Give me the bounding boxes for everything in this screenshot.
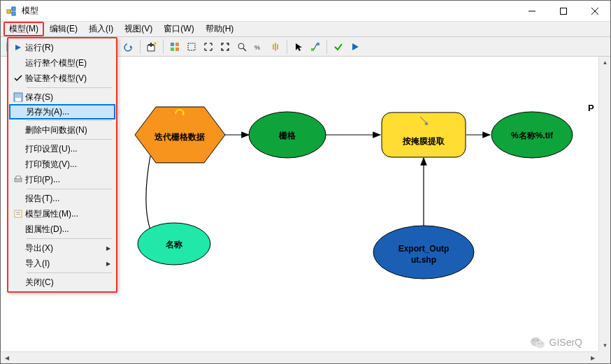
- print-icon: [11, 174, 25, 185]
- svg-point-60: [535, 340, 545, 348]
- submenu-arrow-icon: ▶: [106, 245, 110, 252]
- svg-rect-37: [311, 48, 314, 51]
- menu-model-properties[interactable]: 模型属性(M)...: [10, 206, 115, 221]
- svg-point-64: [541, 343, 542, 344]
- menu-insert[interactable]: 插入(I): [83, 22, 119, 36]
- menu-edit[interactable]: 编辑(E): [44, 22, 83, 36]
- node-raster[interactable]: 栅格: [249, 112, 326, 158]
- menu-separator: [27, 120, 112, 121]
- toolbar-separator: [163, 40, 164, 54]
- svg-rect-0: [7, 10, 10, 13]
- node-export-output[interactable]: Export_Outp ut.shp: [373, 226, 474, 279]
- svg-rect-30: [175, 43, 179, 46]
- svg-rect-69: [15, 210, 22, 217]
- run-icon: [11, 42, 25, 53]
- menu-help[interactable]: 帮助(H): [200, 22, 240, 36]
- menu-diagram-properties[interactable]: 图属性(D)...: [10, 221, 115, 237]
- menu-export[interactable]: 导出(X)▶: [10, 240, 115, 256]
- svg-line-35: [243, 48, 246, 51]
- svg-line-39: [314, 44, 317, 50]
- watermark-text: GISerQ: [549, 337, 582, 348]
- menubar: 模型(M) 编辑(E) 插入(I) 视图(V) 窗口(W) 帮助(H): [1, 22, 610, 37]
- menu-model[interactable]: 模型(M): [3, 22, 44, 36]
- zoom-in-button[interactable]: [201, 39, 216, 54]
- menu-separator: [27, 87, 112, 88]
- window-title: 模型: [22, 5, 516, 17]
- svg-point-61: [533, 340, 534, 341]
- svg-point-63: [538, 343, 539, 344]
- menu-print[interactable]: 打印(P)...: [10, 172, 115, 187]
- validate-button[interactable]: [331, 39, 346, 54]
- minimize-button[interactable]: [516, 1, 547, 21]
- save-icon: [11, 92, 25, 103]
- wechat-icon: [530, 335, 545, 349]
- svg-point-62: [537, 340, 538, 341]
- svg-text:名称: 名称: [165, 240, 183, 249]
- svg-text:%: %: [254, 44, 260, 51]
- toolbar-separator: [140, 40, 141, 54]
- watermark: GISerQ: [530, 335, 582, 349]
- menu-report[interactable]: 报告(T)...: [10, 191, 115, 206]
- menu-run-entire[interactable]: 运行整个模型(E): [10, 55, 115, 71]
- menu-run[interactable]: 运行(R): [10, 40, 115, 55]
- svg-rect-68: [16, 176, 20, 179]
- app-icon: [6, 6, 17, 17]
- svg-rect-2: [12, 12, 15, 15]
- run-button[interactable]: [347, 39, 363, 54]
- zoom-out-button[interactable]: [217, 39, 233, 54]
- menu-window[interactable]: 窗口(W): [158, 22, 199, 36]
- toolbar-separator: [287, 40, 287, 54]
- svg-rect-38: [317, 43, 319, 45]
- close-button[interactable]: [579, 1, 610, 21]
- zoom-actual-button[interactable]: [234, 39, 250, 54]
- menu-view[interactable]: 视图(V): [119, 22, 158, 36]
- svg-text:ut.shp: ut.shp: [411, 255, 436, 265]
- menu-validate[interactable]: 验证整个模型(V): [10, 71, 115, 86]
- select-button[interactable]: [291, 39, 306, 54]
- menu-separator: [27, 272, 112, 273]
- svg-rect-1: [12, 7, 15, 10]
- menu-import[interactable]: 导入(I)▶: [10, 256, 115, 271]
- svg-rect-48: [382, 112, 466, 157]
- redo-button[interactable]: [121, 39, 136, 54]
- svg-rect-6: [560, 8, 566, 14]
- props-icon: [11, 208, 25, 219]
- zoom-percent-button[interactable]: %: [251, 39, 266, 54]
- scroll-right-arrow[interactable]: ▶: [587, 352, 598, 363]
- menu-save-as[interactable]: 另存为(A)...: [9, 104, 115, 119]
- add-data-button[interactable]: [144, 39, 159, 54]
- titlebar: 模型: [1, 1, 610, 22]
- vertical-scrollbar[interactable]: ▲ ▼: [598, 57, 610, 351]
- menu-separator: [27, 139, 112, 140]
- scroll-left-arrow[interactable]: ◀: [1, 352, 13, 363]
- scroll-corner: [598, 351, 610, 363]
- svg-rect-66: [15, 98, 21, 101]
- node-iterator[interactable]: 迭代栅格数据: [135, 107, 225, 163]
- node-extract-tool[interactable]: 按掩膜提取: [382, 112, 466, 157]
- maximize-button[interactable]: [547, 1, 579, 21]
- menu-print-setup[interactable]: 打印设置(U)...: [10, 141, 115, 156]
- toolbar-separator: [326, 40, 327, 54]
- full-extent-button[interactable]: [184, 39, 199, 54]
- scroll-up-arrow[interactable]: ▲: [599, 57, 610, 68]
- horizontal-scrollbar[interactable]: ◀ ▶: [1, 351, 598, 363]
- svg-text:迭代栅格数据: 迭代栅格数据: [154, 132, 205, 142]
- submenu-arrow-icon: ▶: [106, 261, 110, 267]
- parameter-marker: P: [588, 103, 594, 113]
- svg-text:%名称%.tif: %名称%.tif: [511, 131, 554, 140]
- menu-close[interactable]: 关闭(C): [10, 275, 115, 290]
- node-name[interactable]: 名称: [138, 223, 210, 265]
- menu-save[interactable]: 保存(S): [10, 89, 115, 105]
- menu-print-preview[interactable]: 打印预览(V)...: [10, 156, 115, 172]
- svg-rect-27: [148, 44, 154, 45]
- pan-button[interactable]: [268, 39, 283, 54]
- connect-button[interactable]: [308, 39, 323, 54]
- menu-separator: [27, 238, 112, 239]
- menu-separator: [27, 189, 112, 189]
- svg-text:按掩膜提取: 按掩膜提取: [402, 136, 445, 146]
- scroll-down-arrow[interactable]: ▼: [599, 340, 610, 351]
- node-output[interactable]: %名称%.tif: [491, 112, 573, 158]
- auto-layout-button[interactable]: [167, 39, 182, 54]
- menu-delete-intermediate[interactable]: 删除中间数据(N): [10, 122, 115, 138]
- svg-rect-29: [171, 43, 174, 46]
